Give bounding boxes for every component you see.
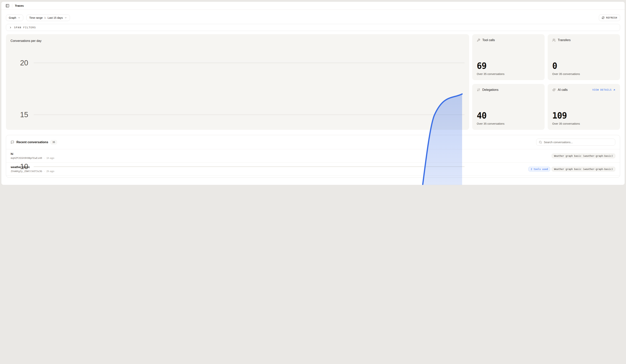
conversation-count-badge: 35 <box>50 140 57 144</box>
conversation-id: mqHZP2EGh9h9BpFEwEs40 <box>11 157 42 160</box>
conversation-time: 1h ago <box>46 157 54 160</box>
message-square-icon <box>11 141 14 144</box>
conversations-area-chart: 05101520Sep 16Sep 17Sep 18Sep 19Sep 20Se… <box>10 44 313 182</box>
conversations-chart-card: Conversations per day 05101520Sep 16Sep … <box>6 34 313 130</box>
time-range-value: Last 15 days <box>48 16 63 19</box>
time-range-operator: is <box>44 16 46 19</box>
conversation-time: 2h ago <box>46 170 54 173</box>
topbar: Traces <box>1 2 313 10</box>
meta-separator: · <box>44 170 44 173</box>
graph-dropdown[interactable]: Graph <box>6 14 23 21</box>
y-axis-tick-label: 15 <box>20 111 28 119</box>
span-filters-label: SPAN FILTERS <box>14 26 36 29</box>
time-range-filter[interactable]: Time range is Last 15 days <box>26 14 70 21</box>
conversation-title: weather innyc <box>11 165 54 169</box>
chevron-down-icon <box>18 16 20 19</box>
filters-row: Graph Time range is Last 15 days REFRESH <box>6 14 313 21</box>
time-range-label: Time range <box>29 16 43 19</box>
chevron-down-icon <box>64 16 67 19</box>
main-panel: Traces Graph Time range is Last 15 days <box>1 1 313 182</box>
graph-dropdown-label: Graph <box>9 16 16 19</box>
recent-conversations-title: Recent conversations <box>16 141 48 144</box>
area-fill <box>49 94 313 182</box>
chevron-right-icon <box>9 26 12 29</box>
line-series <box>49 94 313 182</box>
span-filters-toggle[interactable]: SPAN FILTERS <box>6 24 313 31</box>
content-area: Graph Time range is Last 15 days REFRESH <box>1 10 313 178</box>
panel-left-icon <box>5 4 9 8</box>
conversation-title: hi <box>11 152 54 156</box>
meta-separator: · <box>44 157 44 160</box>
page-title: Traces <box>15 4 24 7</box>
chart-title: Conversations per day <box>10 39 313 43</box>
sidebar-toggle-button[interactable] <box>5 3 10 8</box>
conversation-id: ZVeWXgZy_Z6WltVd73s3G <box>11 170 42 173</box>
chart-svg: 05101520Sep 16Sep 17Sep 18Sep 19Sep 20Se… <box>10 44 313 182</box>
topbar-divider <box>12 4 12 8</box>
y-axis-tick-label: 20 <box>20 59 28 67</box>
dashboard-grid: Conversations per day 05101520Sep 16Sep … <box>6 34 313 130</box>
